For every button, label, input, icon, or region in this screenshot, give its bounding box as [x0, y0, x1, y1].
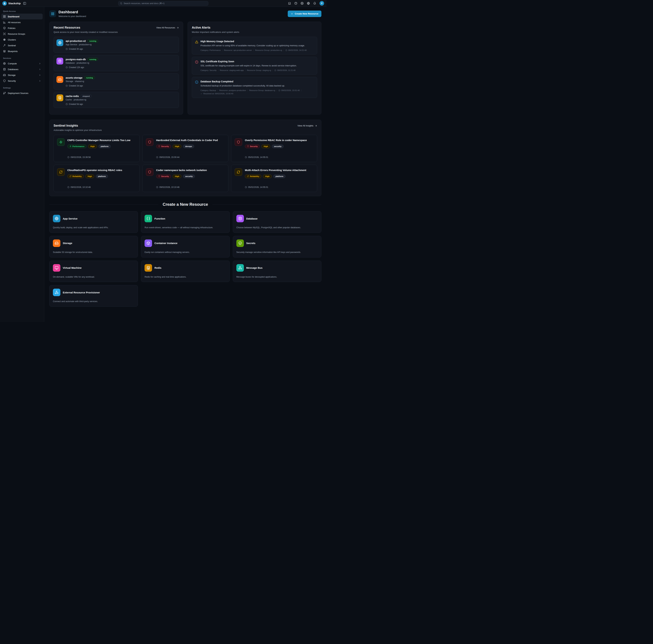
create-resource-grid: App Service Quickly build, deploy, and s…: [49, 211, 321, 307]
resource-type-icon: [55, 217, 58, 221]
resource-card[interactable]: postgres-main-db running Database · prod…: [53, 55, 179, 71]
sidebar-item[interactable]: Sentinel: [1, 43, 43, 48]
topbar-action-icon[interactable]: [288, 2, 291, 5]
tile-title: App Service: [63, 217, 77, 220]
alert-time: 09/02/2026, 15:51:40: [279, 89, 300, 91]
resource-card[interactable]: cache-redis stopped Cache · production-r…: [53, 92, 179, 108]
resource-name: postgres-main-db: [66, 58, 86, 61]
sidebar-toggle-icon[interactable]: [23, 2, 26, 5]
alert-resource: Resource: postgres-production: [219, 89, 246, 91]
tile-description: Connect and automate with third-party se…: [53, 300, 134, 303]
sidebar-item-label: Blueprints: [8, 50, 18, 52]
create-resource-tile[interactable]: Message Bus Message buses for decoupled …: [233, 260, 321, 282]
sidebar-item[interactable]: Security: [1, 78, 43, 84]
tile-description: On-demand, scalable VMs for any workload…: [53, 275, 134, 279]
tag-badge: devops: [183, 144, 194, 148]
tile-title: Function: [154, 217, 165, 220]
sidebar-item[interactable]: All resources: [1, 19, 43, 25]
sidebar-item[interactable]: Clusters: [1, 37, 43, 43]
tag-badge: security: [272, 144, 284, 148]
alert-card[interactable]: Database Backup Completed Scheduled back…: [192, 77, 317, 98]
stackship-logo-icon: [3, 2, 6, 5]
insight-card[interactable]: Multi-Attach Errors Preventing Volume At…: [231, 165, 317, 192]
alert-resource-group: Resource Group: staging-rg: [247, 69, 271, 71]
recent-resources-title: Recent Resources: [53, 26, 80, 29]
alert-resource: Resource: staging-web-app: [220, 69, 244, 71]
insight-title: Coder namespace lacks network isolation: [156, 168, 225, 172]
resource-type-icon: [238, 266, 242, 270]
alert-card[interactable]: High Memory Usage Detected Production AP…: [192, 37, 317, 54]
sidebar-item-label: Storage: [8, 74, 16, 76]
search-input[interactable]: [124, 2, 207, 5]
sidebar-item[interactable]: Storage: [1, 72, 43, 78]
active-alerts-panel: Active Alerts Monitor important notifica…: [188, 22, 321, 115]
clock-icon: [285, 49, 287, 51]
alert-card[interactable]: SSL Certificate Expiring Soon SSL certif…: [192, 57, 317, 74]
topbar-action-icon[interactable]: [294, 2, 297, 5]
category-badge: Security: [156, 144, 171, 148]
check-icon: [200, 93, 202, 95]
create-resource-tile[interactable]: Function Run event-driven, serverless co…: [141, 211, 229, 233]
sidebar-item[interactable]: Deployment Sources: [1, 90, 43, 96]
resource-type-icon: [55, 241, 58, 245]
insight-title: CloudNativePG operator missing RBAC role…: [67, 168, 136, 172]
topbar-action-icon[interactable]: [307, 2, 310, 5]
create-resource-tile[interactable]: Container Instance Easily run containers…: [141, 236, 229, 257]
insight-card[interactable]: CNPG Controller Manager Resource Limits …: [53, 135, 140, 162]
resource-card[interactable]: api-production-v2 running App Service · …: [53, 37, 179, 53]
recent-resources-panel: Recent Resources View All Resources Quic…: [49, 22, 183, 115]
sidebar-item[interactable]: Blueprints: [1, 48, 43, 54]
resource-card[interactable]: assets-storage running Storage · shared-…: [53, 73, 179, 90]
create-resource-tile[interactable]: Secrets Securely manage sensitive inform…: [233, 236, 321, 257]
brand-name: Stackship: [8, 2, 21, 5]
resource-created: Created 12h ago: [69, 66, 84, 69]
view-all-insights-link[interactable]: View All Insights: [297, 124, 317, 127]
topbar: Stackship P: [0, 0, 326, 7]
tile-description: Securely manage sensitive information li…: [236, 251, 318, 254]
create-resource-tile[interactable]: Redis Redis for caching and real-time ap…: [141, 260, 229, 282]
sidebar-item-label: Compute: [8, 62, 17, 65]
status-badge: running: [88, 39, 98, 43]
create-resource-tile[interactable]: Storage Scalable S3 storage for unstruct…: [49, 236, 138, 257]
resource-type-icon: [58, 96, 62, 99]
insight-card[interactable]: Overly Permissive RBAC Role in coder Nam…: [231, 135, 317, 162]
sidebar-item[interactable]: Databases: [1, 66, 43, 72]
tag-badge: security: [183, 175, 195, 178]
topbar-action-icon[interactable]: [301, 2, 304, 5]
create-resource-tile[interactable]: Database Choose between MySQL, PostgreSQ…: [233, 211, 321, 233]
create-resource-tile[interactable]: External Resource Provisioner Connect an…: [49, 285, 138, 307]
category-badge-icon: [158, 145, 160, 147]
sidebar-item[interactable]: Dashboard: [1, 14, 43, 19]
insight-card[interactable]: Coder namespace lacks network isolation …: [142, 165, 228, 192]
alert-severity-icon: [195, 40, 198, 44]
status-badge: stopped: [80, 94, 92, 98]
alert-meta: Category: Performance Resource: api-prod…: [200, 49, 314, 51]
create-resource-tile[interactable]: Virtual Machine On-demand, scalable VMs …: [49, 260, 138, 282]
insight-card[interactable]: CloudNativePG operator missing RBAC role…: [53, 165, 140, 192]
create-new-resource-button[interactable]: Create New Resource: [288, 10, 321, 17]
resource-meta: Storage · shared-rg: [66, 80, 176, 83]
insight-title: Overly Permissive RBAC Role in coder Nam…: [245, 138, 314, 142]
insight-category-icon: [237, 170, 240, 174]
category-badge: Security: [245, 144, 260, 148]
clock-icon: [67, 186, 69, 188]
view-all-resources-link[interactable]: View All Resources: [156, 26, 179, 29]
create-resource-tile[interactable]: App Service Quickly build, deploy, and s…: [49, 211, 138, 233]
plus-icon: [291, 13, 293, 15]
global-search[interactable]: [118, 1, 208, 6]
topbar-action-icon[interactable]: [313, 2, 316, 5]
sidebar-section-label: Services: [1, 55, 43, 61]
severity-badge: High: [86, 175, 94, 178]
insight-category-icon: [59, 140, 63, 144]
resource-created: Created 2d ago: [69, 85, 83, 87]
sidebar-item[interactable]: Compute: [1, 61, 43, 66]
avatar[interactable]: P: [319, 1, 324, 6]
sidebar-item[interactable]: Policies: [1, 25, 43, 31]
sidebar-item-label: Dashboard: [8, 15, 19, 18]
insight-time: 05/02/2026, 14:05:01: [248, 156, 268, 158]
sidebar-item-icon: [3, 68, 6, 71]
insight-card[interactable]: Hardcoded External Auth Credentials in C…: [142, 135, 228, 162]
tile-title: External Resource Provisioner: [63, 291, 100, 294]
sidebar-item[interactable]: Resource Groups: [1, 31, 43, 37]
resource-meta: App Service · production-rg: [66, 43, 176, 46]
